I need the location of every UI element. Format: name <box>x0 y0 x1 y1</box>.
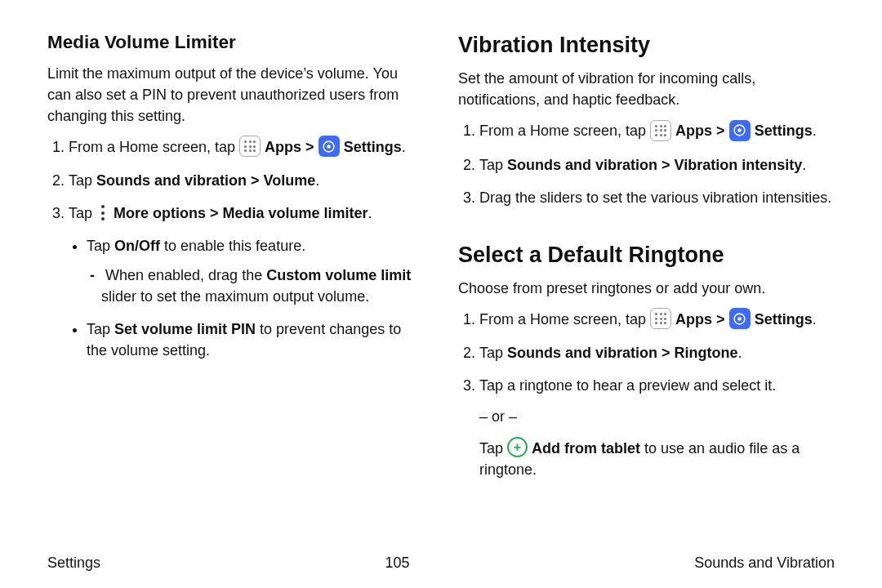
svg-point-1 <box>327 145 331 149</box>
text: Tap <box>69 172 96 189</box>
mvl-step-2: Tap Sounds and vibration > Volume. <box>69 170 424 191</box>
apps-label: Apps <box>265 139 301 155</box>
period: . <box>402 139 406 155</box>
vib-step-3: Drag the sliders to set the various vibr… <box>479 187 835 208</box>
vib-step-2: Tap Sounds and vibration > Vibration int… <box>479 154 835 176</box>
apps-icon <box>650 308 671 329</box>
svg-point-3 <box>737 128 742 132</box>
vib-steps: From a Home screen, tap Apps > Settings.… <box>458 120 835 207</box>
period: . <box>315 172 319 189</box>
left-column: Media Volume Limiter Limit the maximum o… <box>47 29 424 492</box>
chevron-right-icon: > <box>716 122 729 139</box>
text: From a Home screen, tap <box>479 122 650 139</box>
settings-label: Settings <box>755 311 813 327</box>
mvl-bullets: Tap On/Off to enable this feature. When … <box>69 235 424 361</box>
mvl-heading: Media Volume Limiter <box>47 29 424 56</box>
or-text: – or – <box>479 406 835 427</box>
apps-icon <box>239 136 261 157</box>
settings-icon <box>318 136 340 157</box>
right-column: Vibration Intensity Set the amount of vi… <box>458 29 835 492</box>
text: to enable this feature. <box>160 238 305 254</box>
text: Tap <box>87 238 114 254</box>
text: From a Home screen, tap <box>479 311 650 327</box>
add-icon: + <box>507 437 528 457</box>
text: Tap <box>479 157 507 173</box>
bold: Custom volume limit <box>266 267 411 283</box>
vib-step-1: From a Home screen, tap Apps > Settings. <box>479 120 835 142</box>
mvl-bullet-1: Tap On/Off to enable this feature. When … <box>87 235 424 307</box>
apps-label: Apps <box>675 311 712 327</box>
text: Tap <box>479 440 507 457</box>
text: Tap <box>69 205 96 221</box>
period: . <box>813 122 817 139</box>
bold: Set volume limit PIN <box>114 321 256 337</box>
bold: Add from tablet <box>532 440 640 457</box>
text: From a Home screen, tap <box>69 139 239 155</box>
bold: Sounds and vibration > Ringtone <box>507 345 738 361</box>
mvl-dash-1: When enabled, drag the Custom volume lim… <box>101 265 424 307</box>
bold: More options > Media volume limiter <box>114 205 368 221</box>
bold: On/Off <box>114 238 160 254</box>
mvl-bullet-2: Tap Set volume limit PIN to prevent chan… <box>87 318 424 361</box>
svg-point-5 <box>737 317 742 321</box>
footer-right: Sounds and Vibration <box>694 552 835 573</box>
period: . <box>368 205 372 221</box>
more-options-icon <box>96 203 109 224</box>
text: When enabled, drag the <box>105 267 266 283</box>
apps-label: Apps <box>675 122 712 139</box>
ring-step-2: Tap Sounds and vibration > Ringtone. <box>479 342 835 363</box>
settings-label: Settings <box>755 122 813 139</box>
ring-desc: Choose from preset ringtones or add your… <box>458 278 835 299</box>
chevron-right-icon: > <box>305 139 318 155</box>
ring-steps: From a Home screen, tap Apps > Settings.… <box>458 309 835 480</box>
mvl-dashes: When enabled, drag the Custom volume lim… <box>87 265 424 307</box>
footer-left: Settings <box>47 552 100 573</box>
bold: Sounds and vibration > Volume <box>96 172 315 189</box>
text: Tap a ringtone to hear a preview and sel… <box>479 377 776 394</box>
chevron-right-icon: > <box>716 311 729 327</box>
page-footer: Settings 105 Sounds and Vibration <box>47 552 835 573</box>
mvl-step-1: From a Home screen, tap Apps > Settings. <box>69 136 424 158</box>
period: . <box>738 345 742 361</box>
vib-desc: Set the amount of vibration for incoming… <box>458 68 835 110</box>
ring-step-3: Tap a ringtone to hear a preview and sel… <box>479 375 835 480</box>
footer-page-number: 105 <box>385 552 410 573</box>
vib-heading: Vibration Intensity <box>458 29 835 61</box>
ring-heading: Select a Default Ringtone <box>458 239 835 271</box>
mvl-steps: From a Home screen, tap Apps > Settings.… <box>47 136 424 361</box>
settings-icon <box>729 120 751 141</box>
settings-icon <box>729 308 751 329</box>
text: slider to set the maximum output volume. <box>101 288 369 305</box>
text: Tap <box>87 321 114 337</box>
settings-label: Settings <box>344 139 402 155</box>
content-columns: Media Volume Limiter Limit the maximum o… <box>47 29 835 492</box>
ring-step-1: From a Home screen, tap Apps > Settings. <box>479 309 835 331</box>
apps-icon <box>650 120 671 141</box>
period: . <box>802 157 806 173</box>
bold: Sounds and vibration > Vibration intensi… <box>507 157 802 173</box>
text: Tap <box>479 345 507 361</box>
period: . <box>813 311 817 327</box>
mvl-desc: Limit the maximum output of the device’s… <box>47 63 424 127</box>
mvl-step-3: Tap More options > Media volume limiter.… <box>69 203 424 361</box>
